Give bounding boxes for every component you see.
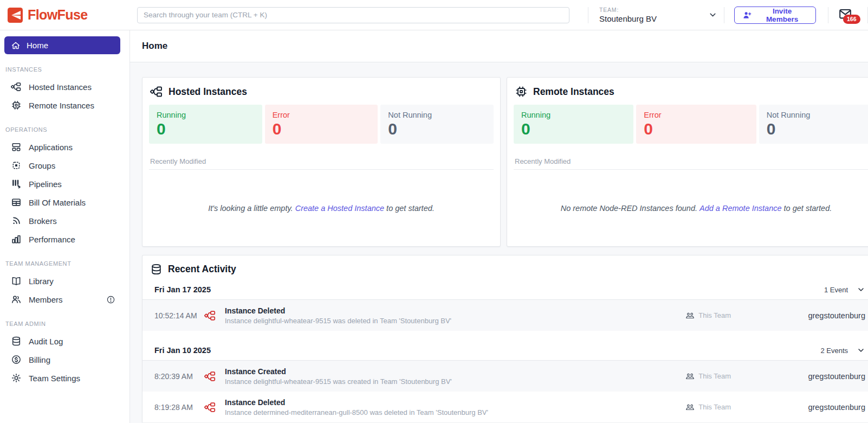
group-chip-icon bbox=[11, 160, 22, 171]
sidebar-item-hosted-instances[interactable]: Hosted Instances bbox=[0, 78, 129, 96]
hosted-stat-not-running[interactable]: Not Running 0 bbox=[380, 105, 494, 144]
user-add-icon bbox=[742, 10, 752, 20]
sidebar-item-home[interactable]: Home bbox=[4, 36, 120, 54]
event-scope: This Team bbox=[685, 402, 731, 412]
sidebar-item-performance[interactable]: Performance bbox=[0, 230, 129, 248]
sidebar-item-label: Bill Of Materials bbox=[29, 198, 86, 207]
event-description: Instance determined-mediterranean-gull-8… bbox=[225, 408, 685, 416]
activity-group-header[interactable]: Fri Jan 17 2025 1 Event bbox=[142, 279, 868, 299]
empty-text: No remote Node-RED Instances found. bbox=[561, 204, 699, 213]
event-scope-label: This Team bbox=[698, 403, 731, 411]
sidebar-item-label: Applications bbox=[29, 143, 73, 152]
team-icon bbox=[685, 371, 695, 381]
event-scope: This Team bbox=[685, 311, 731, 320]
remote-instances-card: Remote Instances Running 0 Error 0 Not R… bbox=[507, 77, 868, 247]
sidebar-item-label: Remote Instances bbox=[29, 101, 94, 110]
sidebar-item-brokers[interactable]: Brokers bbox=[0, 211, 129, 230]
hosted-stats: Running 0 Error 0 Not Running 0 bbox=[149, 105, 494, 144]
team-name: Stoutenburg BV bbox=[599, 14, 657, 23]
activity-group-header[interactable]: Fri Jan 10 2025 2 Events bbox=[142, 339, 868, 360]
activity-group-date: Fri Jan 10 2025 bbox=[154, 346, 211, 355]
sidebar-item-billing[interactable]: Billing bbox=[0, 350, 129, 369]
event-body: Instance Created Instance delightful-whe… bbox=[225, 367, 685, 386]
chevron-down-icon[interactable] bbox=[857, 346, 865, 355]
stat-value: 0 bbox=[273, 120, 371, 138]
empty-text: to get started. bbox=[384, 204, 435, 213]
page-header: Home bbox=[130, 30, 868, 62]
instance-event-icon bbox=[204, 401, 225, 413]
projects-icon bbox=[150, 85, 163, 98]
team-icon bbox=[685, 311, 695, 320]
event-title: Instance Deleted bbox=[225, 306, 685, 315]
sidebar-item-team-settings[interactable]: Team Settings bbox=[0, 369, 129, 387]
sidebar-item-applications[interactable]: Applications bbox=[0, 138, 129, 156]
sidebar-item-audit-log[interactable]: Audit Log bbox=[0, 332, 129, 350]
notifications-button[interactable]: 166 bbox=[838, 8, 852, 23]
sidebar-item-remote-instances[interactable]: Remote Instances bbox=[0, 96, 129, 114]
event-time: 8:20:39 AM bbox=[154, 372, 204, 381]
book-open-icon bbox=[11, 275, 22, 286]
stat-value: 0 bbox=[644, 120, 748, 138]
divider bbox=[724, 7, 724, 23]
hosted-instances-card: Hosted Instances Running 0 Error 0 Not R… bbox=[142, 77, 501, 247]
team-selector[interactable]: TEAM: Stoutenburg BV bbox=[588, 7, 724, 23]
create-hosted-instance-link[interactable]: Create a Hosted Instance bbox=[295, 204, 384, 213]
sidebar-item-label: Hosted Instances bbox=[29, 82, 92, 92]
activity-group: Fri Jan 10 2025 2 Events 8:20:39 AM bbox=[142, 339, 868, 422]
top-bar: FlowFuse TEAM: Stoutenburg BV Invite Mem… bbox=[0, 0, 868, 30]
remote-stat-not-running[interactable]: Not Running 0 bbox=[759, 105, 868, 144]
sidebar-item-groups[interactable]: Groups bbox=[0, 156, 129, 175]
notifications-badge: 166 bbox=[843, 15, 860, 24]
remote-stat-running[interactable]: Running 0 bbox=[514, 105, 633, 144]
hosted-stat-running[interactable]: Running 0 bbox=[149, 105, 262, 144]
activity-events: 10:52:14 AM Instance Deleted Instance de… bbox=[142, 299, 868, 331]
divider bbox=[828, 7, 828, 23]
activity-group-date: Fri Jan 17 2025 bbox=[154, 285, 211, 294]
projects-icon bbox=[11, 81, 22, 92]
sidebar-item-members[interactable]: Members bbox=[0, 290, 129, 309]
sidebar-item-label: Pipelines bbox=[29, 180, 62, 189]
chip-icon bbox=[11, 100, 22, 111]
stat-label: Running bbox=[521, 111, 626, 119]
add-remote-instance-link[interactable]: Add a Remote Instance bbox=[699, 204, 782, 213]
remote-empty-state: No remote Node-RED Instances found. Add … bbox=[514, 170, 868, 246]
stat-value: 0 bbox=[767, 120, 868, 138]
team-icon bbox=[685, 402, 695, 412]
event-body: Instance Deleted Instance delightful-whe… bbox=[225, 306, 685, 325]
template-icon bbox=[11, 142, 22, 152]
table-icon bbox=[11, 197, 22, 208]
flowfuse-logo[interactable]: FlowFuse bbox=[0, 7, 137, 23]
sidebar-item-label: Members bbox=[29, 295, 63, 304]
sidebar-item-bill-of-materials[interactable]: Bill Of Materials bbox=[0, 193, 129, 211]
event-body: Instance Deleted Instance determined-med… bbox=[225, 398, 685, 416]
stat-label: Not Running bbox=[388, 111, 486, 119]
activity-row: 8:20:39 AM Instance Created Instance del… bbox=[142, 361, 868, 392]
event-scope-label: This Team bbox=[698, 311, 731, 319]
main-area: Home Hosted Instances Running 0 bbox=[130, 30, 868, 423]
event-user: gregstoutenburg bbox=[740, 311, 865, 320]
hosted-stat-error[interactable]: Error 0 bbox=[265, 105, 378, 144]
flowfuse-logo-icon bbox=[8, 8, 23, 23]
stat-label: Error bbox=[273, 111, 371, 119]
event-user: gregstoutenburg bbox=[740, 372, 865, 381]
database-icon bbox=[150, 263, 163, 275]
sidebar-section-operations: OPERATIONS bbox=[5, 126, 129, 133]
chevron-down-icon[interactable] bbox=[857, 285, 865, 294]
pipelines-icon bbox=[11, 178, 22, 189]
activity-group-count: 1 Event bbox=[824, 286, 848, 294]
home-icon bbox=[11, 41, 21, 50]
search-input[interactable] bbox=[137, 7, 569, 23]
instance-event-icon bbox=[204, 310, 225, 322]
event-description: Instance delightful-wheatear-9515 was cr… bbox=[225, 377, 685, 386]
sidebar-item-label: Billing bbox=[29, 355, 50, 364]
stat-label: Not Running bbox=[767, 111, 868, 119]
sidebar-item-pipelines[interactable]: Pipelines bbox=[0, 175, 129, 193]
sidebar-item-library[interactable]: Library bbox=[0, 272, 129, 290]
sidebar-section-team-management: TEAM MANAGEMENT bbox=[5, 260, 129, 267]
exclamation-circle-icon bbox=[106, 295, 115, 304]
remote-stat-error[interactable]: Error 0 bbox=[636, 105, 756, 144]
empty-text: It's looking a little empty. bbox=[208, 204, 295, 213]
activity-row: 10:52:14 AM Instance Deleted Instance de… bbox=[142, 300, 868, 331]
invite-members-button[interactable]: Invite Members bbox=[734, 7, 816, 24]
card-title-text: Remote Instances bbox=[533, 86, 614, 98]
